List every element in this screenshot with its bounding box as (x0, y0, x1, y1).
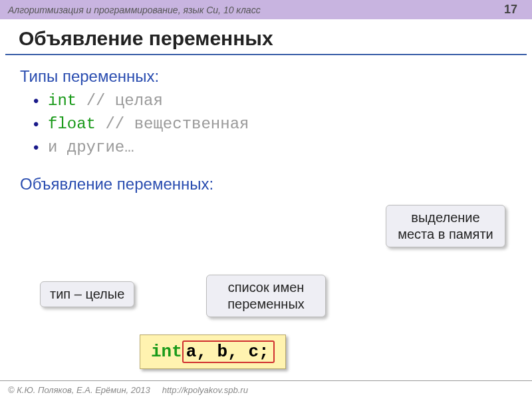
code-keyword: int (151, 342, 182, 362)
code-vars: a, b, c; (182, 340, 275, 363)
comment-float: // вещественная (105, 115, 249, 133)
slide-footer: © К.Ю. Поляков, Е.А. Ерёмин, 2013 http:/… (0, 380, 532, 399)
section-types-heading: Типы переменных: (20, 67, 512, 86)
footer-authors: © К.Ю. Поляков, Е.А. Ерёмин, 2013 (8, 385, 150, 395)
keyword-int: int (48, 92, 76, 110)
slide-content: Типы переменных: int // целая float // в… (0, 55, 532, 204)
others-text: и другие… (48, 138, 134, 156)
code-example: int a, b, c; (140, 334, 286, 369)
footer-url: http://kpolyakov.spb.ru (162, 385, 248, 395)
type-item-int: int // целая (33, 90, 512, 113)
type-item-others: и другие… (33, 136, 512, 160)
types-list: int // целая float // вещественная и дру… (20, 90, 512, 159)
slide-header: Алгоритмизация и программирование, язык … (0, 0, 532, 19)
comment-int: // целая (86, 92, 163, 110)
course-label: Алгоритмизация и программирование, язык … (8, 5, 261, 15)
keyword-float: float (48, 115, 96, 133)
section-decl-heading: Объявление переменных: (20, 175, 512, 194)
slide-title: Объявление переменных (5, 19, 527, 55)
callout-type: тип – целые (40, 281, 134, 307)
callout-list: список имен переменных (206, 275, 326, 317)
page-number: 17 (504, 3, 524, 17)
callout-memory: выделение места в памяти (386, 205, 505, 247)
type-item-float: float // вещественная (33, 113, 512, 136)
